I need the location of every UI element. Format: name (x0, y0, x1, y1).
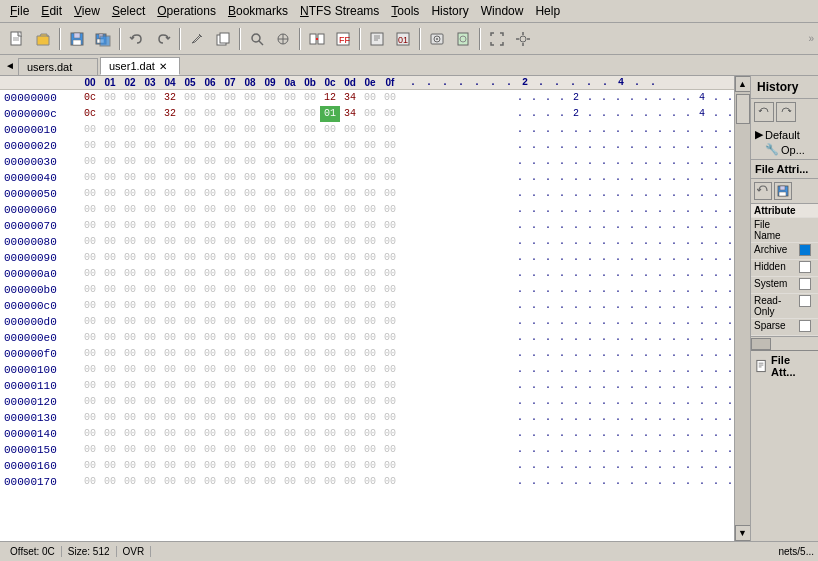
hex-cell[interactable]: 00 (120, 106, 140, 122)
hex-cell[interactable]: 00 (280, 330, 300, 346)
hex-cell[interactable]: 00 (360, 218, 380, 234)
hex-cell[interactable]: 00 (140, 410, 160, 426)
hex-row[interactable]: 0000009000000000000000000000000000000000… (0, 250, 734, 266)
attr-system-val[interactable] (795, 278, 815, 292)
hex-cell[interactable]: 00 (260, 122, 280, 138)
hex-cell[interactable]: 00 (240, 202, 260, 218)
hex-cell[interactable]: 00 (280, 266, 300, 282)
hex-cell[interactable]: 00 (220, 442, 240, 458)
hex-cell[interactable]: 00 (260, 298, 280, 314)
hex-row[interactable]: 0000016000000000000000000000000000000000… (0, 458, 734, 474)
hex-row[interactable]: 0000014000000000000000000000000000000000… (0, 426, 734, 442)
hex-cell[interactable]: 00 (340, 250, 360, 266)
hex-cell[interactable]: 00 (160, 314, 180, 330)
hex-cell[interactable]: 00 (240, 442, 260, 458)
hex-cell[interactable]: 00 (280, 410, 300, 426)
hex-cell[interactable]: 00 (380, 458, 400, 474)
hex-cell[interactable]: 00 (340, 394, 360, 410)
hex-cell[interactable]: 00 (280, 138, 300, 154)
hex-cell[interactable]: 00 (320, 266, 340, 282)
hex-cell[interactable]: 00 (260, 218, 280, 234)
hex-cell[interactable]: 00 (280, 378, 300, 394)
scroll-down-btn[interactable]: ▼ (735, 525, 751, 541)
attr-row-readonly[interactable]: Read-Only (751, 294, 818, 319)
hex-cell[interactable]: 00 (180, 170, 200, 186)
hex-cell[interactable]: 00 (220, 426, 240, 442)
hex-cell[interactable]: 00 (140, 90, 160, 106)
hex-cell[interactable]: 00 (80, 362, 100, 378)
hex-cell[interactable]: 00 (340, 282, 360, 298)
hex-cell[interactable]: 00 (360, 362, 380, 378)
hex-cell[interactable]: 00 (160, 186, 180, 202)
hex-cell[interactable]: 00 (160, 362, 180, 378)
hex-cell[interactable]: 00 (220, 362, 240, 378)
hex-cell[interactable]: 00 (360, 474, 380, 490)
hex-cell[interactable]: 00 (340, 154, 360, 170)
hex-cell[interactable]: 00 (360, 378, 380, 394)
hex-cell[interactable]: 00 (140, 378, 160, 394)
hex-cell[interactable]: 00 (220, 202, 240, 218)
hex-cell[interactable]: 00 (120, 250, 140, 266)
history-node-default[interactable]: ▶ Default (753, 127, 816, 142)
hex-cell[interactable]: 00 (360, 458, 380, 474)
hex-cell[interactable]: 00 (380, 442, 400, 458)
hex-cell[interactable]: 00 (280, 298, 300, 314)
hex-cell[interactable]: 00 (80, 186, 100, 202)
hex-cell[interactable]: 00 (180, 394, 200, 410)
hex-row[interactable]: 000000a000000000000000000000000000000000… (0, 266, 734, 282)
hex-cell[interactable]: 00 (80, 314, 100, 330)
hex-cell[interactable]: 00 (240, 250, 260, 266)
hex-cell[interactable]: 00 (240, 218, 260, 234)
hex-row[interactable]: 0000004000000000000000000000000000000000… (0, 170, 734, 186)
hex-cell[interactable]: 00 (240, 186, 260, 202)
hex-cell[interactable]: 00 (340, 186, 360, 202)
hex-cell[interactable]: 00 (360, 330, 380, 346)
hex-cell[interactable]: 00 (240, 154, 260, 170)
hex-cell[interactable]: 00 (300, 266, 320, 282)
hex-cell[interactable]: 00 (140, 170, 160, 186)
hex-row[interactable]: 000000d000000000000000000000000000000000… (0, 314, 734, 330)
hex-cell[interactable]: 00 (320, 218, 340, 234)
toolbar-copy2[interactable] (211, 27, 235, 51)
hex-row[interactable]: 0000002000000000000000000000000000000000… (0, 138, 734, 154)
hex-cell[interactable]: 00 (120, 282, 140, 298)
hex-cell[interactable]: 00 (320, 282, 340, 298)
hex-scroll-area[interactable]: 000000000c000000320000000000000012340000… (0, 90, 734, 541)
hex-cell[interactable]: 00 (320, 186, 340, 202)
hex-row[interactable]: 0000007000000000000000000000000000000000… (0, 218, 734, 234)
toolbar-export[interactable] (365, 27, 389, 51)
hex-cell[interactable]: 00 (140, 362, 160, 378)
hex-cell[interactable]: 00 (100, 314, 120, 330)
hex-cell[interactable]: 12 (320, 90, 340, 106)
hex-cell[interactable]: 00 (120, 234, 140, 250)
hex-cell[interactable]: 00 (140, 266, 160, 282)
hex-cell[interactable]: 00 (280, 186, 300, 202)
hex-cell[interactable]: 00 (320, 234, 340, 250)
hex-cell[interactable]: 00 (280, 170, 300, 186)
hex-cell[interactable]: 00 (140, 282, 160, 298)
hex-row[interactable]: 000000000c000000320000000000000012340000… (0, 90, 734, 106)
hex-cell[interactable]: 00 (380, 298, 400, 314)
hex-cell[interactable]: 00 (380, 234, 400, 250)
hex-cell[interactable]: 00 (360, 106, 380, 122)
hex-cell[interactable]: 00 (120, 314, 140, 330)
hex-cell[interactable]: 00 (280, 394, 300, 410)
hex-cell[interactable]: 00 (140, 442, 160, 458)
hex-cell[interactable]: 00 (240, 314, 260, 330)
hex-row[interactable]: 0000015000000000000000000000000000000000… (0, 442, 734, 458)
hex-cell[interactable]: 00 (200, 346, 220, 362)
hex-cell[interactable]: 00 (100, 250, 120, 266)
hex-cell[interactable]: 00 (200, 410, 220, 426)
hex-cell[interactable]: 00 (100, 458, 120, 474)
hex-cell[interactable]: 00 (100, 122, 120, 138)
hex-cell[interactable]: 00 (80, 474, 100, 490)
hex-cell[interactable]: 00 (160, 410, 180, 426)
hex-cell[interactable]: 00 (100, 186, 120, 202)
toolbar-new[interactable] (5, 27, 29, 51)
hex-cell[interactable]: 00 (240, 90, 260, 106)
hex-cell[interactable]: 00 (120, 474, 140, 490)
hex-cell[interactable]: 00 (80, 298, 100, 314)
hex-cell[interactable]: 00 (180, 106, 200, 122)
scroll-up-btn[interactable]: ▲ (735, 76, 751, 92)
hex-cell[interactable]: 00 (300, 202, 320, 218)
